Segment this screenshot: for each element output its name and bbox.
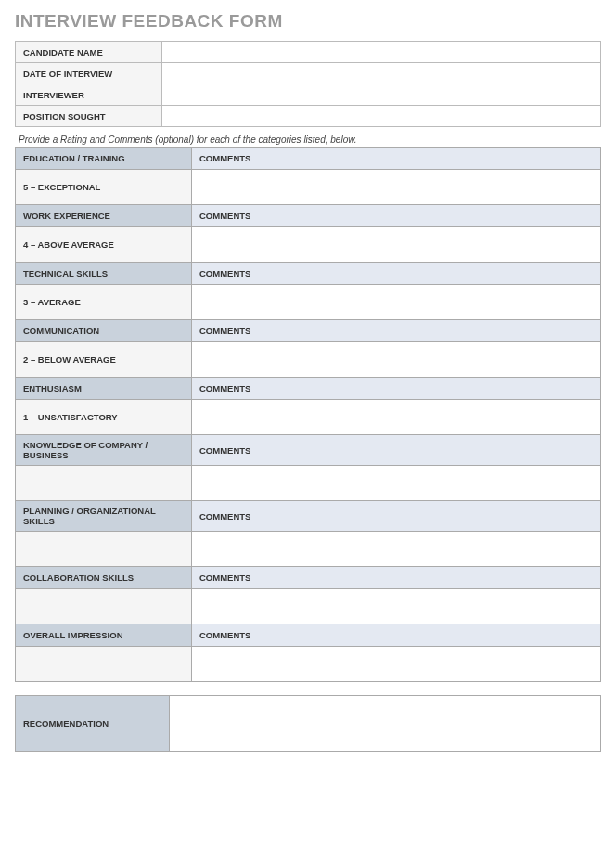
table-row: WORK EXPERIENCECOMMENTS	[16, 205, 601, 227]
category-label: PLANNING / ORGANIZATIONAL SKILLS	[16, 501, 192, 532]
table-row	[16, 589, 601, 624]
recommendation-field[interactable]	[170, 696, 601, 752]
table-row: CANDIDATE NAME	[16, 42, 601, 63]
comments-header: COMMENTS	[192, 263, 601, 285]
category-label: COMMUNICATION	[16, 320, 192, 342]
recommendation-table: RECOMMENDATION	[15, 695, 601, 752]
table-row: DATE OF INTERVIEW	[16, 63, 601, 84]
comments-header: COMMENTS	[192, 624, 601, 647]
table-row: 1 – UNSATISFACTORY	[16, 400, 601, 435]
category-label: COLLABORATION SKILLS	[16, 567, 192, 589]
candidate-name-field[interactable]	[162, 42, 601, 63]
rating-field[interactable]: 4 – ABOVE AVERAGE	[16, 227, 192, 263]
rating-field[interactable]	[16, 589, 192, 624]
rating-table: EDUCATION / TRAININGCOMMENTS5 – EXCEPTIO…	[15, 147, 601, 682]
rating-field[interactable]: 2 – BELOW AVERAGE	[16, 342, 192, 378]
table-row: TECHNICAL SKILLSCOMMENTS	[16, 263, 601, 285]
table-row: RECOMMENDATION	[16, 696, 601, 752]
comment-field[interactable]	[192, 647, 601, 682]
rating-field[interactable]: 3 – AVERAGE	[16, 285, 192, 320]
comment-field[interactable]	[192, 589, 601, 624]
category-label: OVERALL IMPRESSION	[16, 624, 192, 647]
page-title: INTERVIEW FEEDBACK FORM	[15, 11, 601, 32]
comment-field[interactable]	[192, 400, 601, 435]
table-row: KNOWLEDGE OF COMPANY / BUSINESSCOMMENTS	[16, 435, 601, 466]
rating-field[interactable]: 1 – UNSATISFACTORY	[16, 400, 192, 435]
table-row: 5 – EXCEPTIONAL	[16, 170, 601, 205]
date-of-interview-label: DATE OF INTERVIEW	[16, 63, 162, 84]
candidate-name-label: CANDIDATE NAME	[16, 42, 162, 63]
table-row: POSITION SOUGHT	[16, 106, 601, 127]
comment-field[interactable]	[192, 227, 601, 263]
table-row: 4 – ABOVE AVERAGE	[16, 227, 601, 263]
comments-header: COMMENTS	[192, 320, 601, 342]
table-row: 3 – AVERAGE	[16, 285, 601, 320]
category-label: KNOWLEDGE OF COMPANY / BUSINESS	[16, 435, 192, 466]
comments-header: COMMENTS	[192, 148, 601, 170]
table-row: INTERVIEWER	[16, 84, 601, 106]
category-label: WORK EXPERIENCE	[16, 205, 192, 227]
comments-header: COMMENTS	[192, 435, 601, 466]
comment-field[interactable]	[192, 342, 601, 378]
comment-field[interactable]	[192, 285, 601, 320]
rating-field[interactable]: 5 – EXCEPTIONAL	[16, 170, 192, 205]
table-row	[16, 466, 601, 501]
comments-header: COMMENTS	[192, 378, 601, 400]
category-label: ENTHUSIASM	[16, 378, 192, 400]
comments-header: COMMENTS	[192, 501, 601, 532]
table-row: OVERALL IMPRESSIONCOMMENTS	[16, 624, 601, 647]
date-of-interview-field[interactable]	[162, 63, 601, 84]
category-label: EDUCATION / TRAINING	[16, 148, 192, 170]
table-row: ENTHUSIASMCOMMENTS	[16, 378, 601, 400]
rating-field[interactable]	[16, 647, 192, 682]
comment-field[interactable]	[192, 466, 601, 501]
category-label: TECHNICAL SKILLS	[16, 263, 192, 285]
interviewer-label: INTERVIEWER	[16, 84, 162, 106]
position-sought-field[interactable]	[162, 106, 601, 127]
recommendation-label: RECOMMENDATION	[16, 696, 170, 752]
comments-header: COMMENTS	[192, 205, 601, 227]
position-sought-label: POSITION SOUGHT	[16, 106, 162, 127]
rating-field[interactable]	[16, 466, 192, 501]
comment-field[interactable]	[192, 532, 601, 567]
table-row: COMMUNICATIONCOMMENTS	[16, 320, 601, 342]
table-row: 2 – BELOW AVERAGE	[16, 342, 601, 378]
comments-header: COMMENTS	[192, 567, 601, 589]
interviewer-field[interactable]	[162, 84, 601, 106]
comment-field[interactable]	[192, 170, 601, 205]
table-row: COLLABORATION SKILLSCOMMENTS	[16, 567, 601, 589]
rating-field[interactable]	[16, 532, 192, 567]
table-row	[16, 647, 601, 682]
candidate-info-table: CANDIDATE NAME DATE OF INTERVIEW INTERVI…	[15, 41, 601, 127]
table-row	[16, 532, 601, 567]
table-row: PLANNING / ORGANIZATIONAL SKILLSCOMMENTS	[16, 501, 601, 532]
table-row: EDUCATION / TRAININGCOMMENTS	[16, 148, 601, 170]
instruction-text: Provide a Rating and Comments (optional)…	[19, 135, 601, 145]
